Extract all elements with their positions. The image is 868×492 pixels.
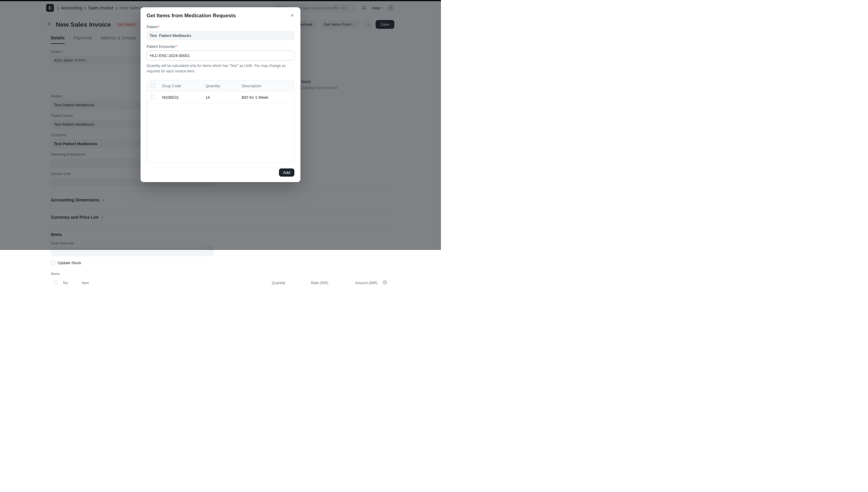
cell-description: BID for 1 Week: [238, 92, 294, 103]
modal-overlay[interactable]: Get Items from Medication Requests Patie…: [0, 0, 441, 250]
cell-drug-code: N02BE01: [158, 92, 202, 103]
row-checkbox[interactable]: [151, 95, 155, 99]
items-table-label: Items: [51, 272, 390, 276]
modal-title: Get Items from Medication Requests: [147, 13, 236, 19]
items-table: No. Item Quantity Rate (INR) Amount (INR…: [51, 278, 390, 288]
svg-point-5: [384, 282, 386, 283]
get-items-modal: Get Items from Medication Requests Patie…: [141, 7, 301, 182]
gear-icon[interactable]: [380, 278, 389, 287]
select-all-checkbox[interactable]: [151, 83, 155, 88]
modal-encounter-input[interactable]: [147, 51, 295, 60]
table-row[interactable]: N02BE01 14 BID for 1 Week: [147, 92, 294, 103]
modal-items-table: Drug Code Quantity Description N02BE01 1…: [147, 80, 295, 163]
modal-field-patient: Patient*: [147, 25, 295, 40]
col-quantity: Quantity: [202, 80, 238, 92]
cell-quantity: 14: [202, 92, 238, 103]
modal-patient-input[interactable]: [147, 31, 295, 40]
col-drug-code: Drug Code: [158, 80, 202, 92]
modal-help-text: Quantity will be calculated only for ite…: [147, 63, 295, 74]
update-stock-checkbox[interactable]: Update Stock: [51, 261, 390, 265]
close-icon[interactable]: [290, 13, 295, 19]
modal-field-encounter: Patient Encounter* Quantity will be calc…: [147, 45, 295, 74]
col-description: Description: [238, 80, 294, 92]
add-button[interactable]: Add: [279, 168, 295, 177]
